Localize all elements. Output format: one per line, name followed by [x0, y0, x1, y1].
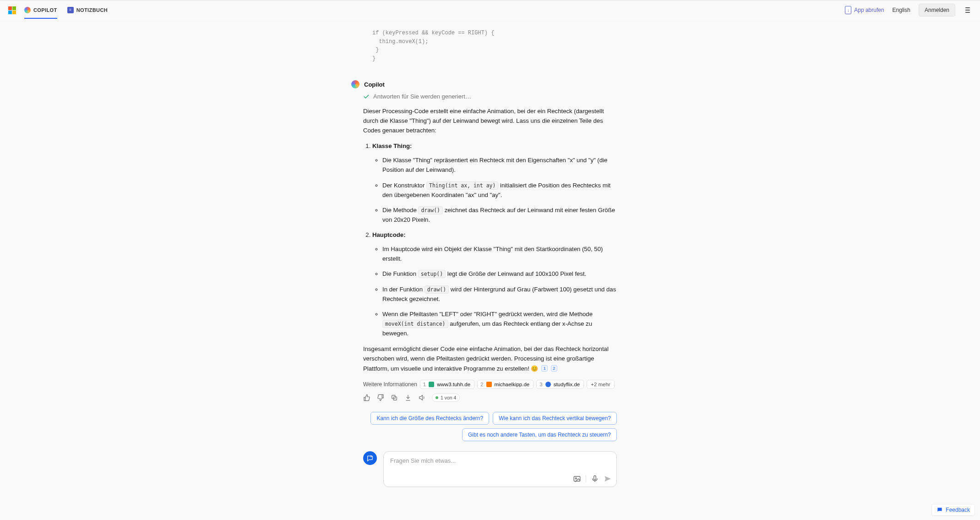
thumbs-up-icon[interactable]: [363, 394, 370, 401]
source-link-2[interactable]: 2 michaelkipp.de: [477, 380, 534, 389]
microphone-icon[interactable]: [591, 475, 599, 483]
copilot-avatar-icon: [351, 80, 359, 88]
image-input-icon[interactable]: [573, 475, 581, 483]
inline-code: moveX(int distance): [382, 320, 448, 328]
response-counter[interactable]: 1 von 4: [432, 394, 460, 402]
feedback-icon: [936, 507, 943, 513]
message-body: Dieser Processing-Code erstellt eine ein…: [363, 106, 617, 374]
list-item: Wenn die Pfeiltasten "LEFT" oder "RIGHT"…: [382, 309, 617, 338]
export-icon[interactable]: [404, 394, 412, 401]
inline-code: draw(): [418, 206, 443, 214]
menu-icon[interactable]: [964, 5, 972, 15]
section-2-title: Hauptcode:: [372, 231, 406, 238]
feedback-button[interactable]: Feedback: [932, 504, 975, 515]
inline-code: Thing(int ax, int ay): [426, 181, 498, 190]
inline-code: setup(): [418, 270, 446, 278]
list-item: In der Funktion draw() wird der Hintergr…: [382, 285, 617, 304]
copilot-icon: [24, 7, 31, 13]
notebook-icon: [67, 7, 74, 13]
tab-copilot[interactable]: COPILOT: [24, 1, 57, 19]
followup-suggestions: Kann ich die Größe des Rechtecks ändern?…: [363, 412, 617, 441]
language-toggle[interactable]: English: [893, 7, 910, 13]
more-sources[interactable]: +2 mehr: [587, 380, 615, 389]
favicon-icon: [545, 382, 551, 387]
outro-paragraph: Insgesamt ermöglicht dieser Code eine ei…: [363, 344, 617, 373]
checkmark-icon: [363, 93, 370, 100]
app-header: COPILOT NOTIZBUCH App abrufen English An…: [0, 0, 980, 20]
phone-download-icon: [845, 6, 851, 14]
divider: [586, 475, 586, 482]
smile-emoji-icon: 😊: [531, 365, 538, 372]
svg-point-3: [575, 478, 577, 479]
tab-copilot-label: COPILOT: [33, 7, 57, 13]
tab-notebook-label: NOTIZBUCH: [76, 7, 108, 13]
thumbs-down-icon[interactable]: [377, 394, 384, 401]
status-dot-icon: [436, 396, 438, 399]
microsoft-logo-icon[interactable]: [8, 6, 16, 14]
copilot-message: Copilot Antworten für Sie werden generie…: [363, 80, 617, 402]
copy-icon[interactable]: [391, 394, 398, 401]
list-item: Die Klasse "Thing" repräsentiert ein Rec…: [382, 155, 617, 175]
message-input[interactable]: [384, 452, 616, 473]
favicon-icon: [429, 382, 434, 387]
generating-status: Antworten für Sie werden generiert…: [373, 93, 471, 100]
list-item: Die Funktion setup() legt die Größe der …: [382, 269, 617, 279]
previous-code-snippet: if (keyPressed && keyCode == RIGHT) { th…: [363, 27, 617, 72]
suggestion-1[interactable]: Kann ich die Größe des Rechtecks ändern?: [370, 412, 489, 425]
get-app-label: App abrufen: [854, 7, 884, 13]
list-item: Im Hauptcode wird ein Objekt der Klasse …: [382, 244, 617, 263]
favicon-icon: [486, 382, 492, 387]
sources-label: Weitere Informationen: [363, 381, 417, 388]
suggestion-2[interactable]: Wie kann ich das Rechteck vertikal beweg…: [493, 412, 617, 425]
source-link-1[interactable]: 1 www3.tuhh.de: [420, 380, 474, 389]
sources-row: Weitere Informationen 1 www3.tuhh.de 2 m…: [363, 380, 617, 389]
inline-code: draw(): [425, 285, 449, 294]
signin-button[interactable]: Anmelden: [919, 4, 955, 16]
message-actions: 1 von 4: [363, 394, 617, 402]
suggestion-3[interactable]: Gibt es noch andere Tasten, um das Recht…: [462, 428, 617, 441]
composer: [383, 451, 617, 487]
new-topic-button[interactable]: [363, 451, 377, 465]
citation-2[interactable]: 2: [551, 365, 557, 372]
send-icon[interactable]: [604, 475, 612, 483]
tab-notebook[interactable]: NOTIZBUCH: [67, 1, 108, 19]
get-app-link[interactable]: App abrufen: [845, 6, 884, 14]
read-aloud-icon[interactable]: [418, 394, 425, 401]
svg-rect-4: [594, 476, 596, 480]
intro-paragraph: Dieser Processing-Code erstellt eine ein…: [363, 106, 617, 135]
list-item: Die Methode draw() zeichnet das Rechteck…: [382, 205, 617, 224]
section-1-title: Klasse Thing:: [372, 142, 412, 149]
message-author: Copilot: [364, 81, 385, 88]
citation-1[interactable]: 1: [541, 365, 548, 372]
nav-tabs: COPILOT NOTIZBUCH: [24, 1, 108, 19]
source-link-3[interactable]: 3 studyflix.de: [536, 380, 584, 389]
list-item: Der Konstruktor Thing(int ax, int ay) in…: [382, 181, 617, 200]
